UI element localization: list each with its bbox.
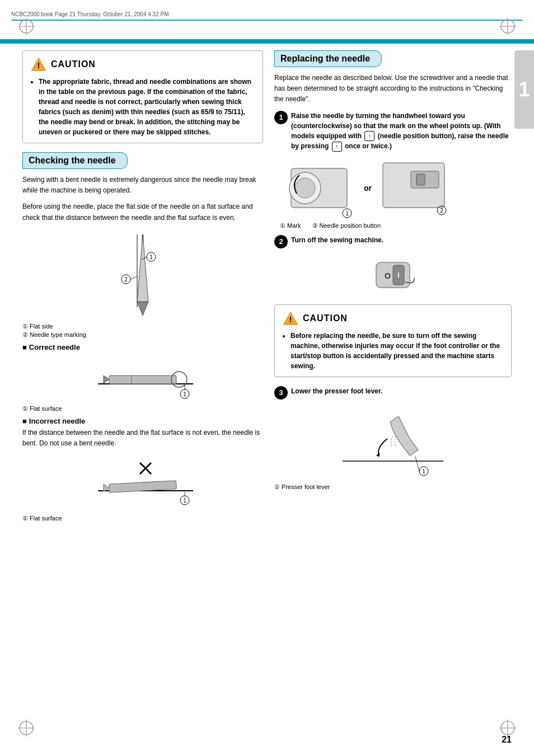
caution-body-2: Before replacing the needle, be sure to … bbox=[283, 331, 503, 371]
needle-pos-btn-svg: 2 bbox=[377, 157, 450, 219]
svg-marker-27 bbox=[104, 375, 109, 383]
caution-title-2: CAUTION bbox=[303, 313, 348, 323]
replacing-needle-intro: Replace the needle as described below. U… bbox=[274, 73, 512, 105]
caution-text-item-1: The appropriate fabric, thread and needl… bbox=[39, 77, 255, 137]
presser-foot-label: ① Presser foot lever bbox=[274, 483, 512, 491]
svg-rect-25 bbox=[109, 375, 176, 384]
svg-text:2: 2 bbox=[440, 208, 443, 214]
left-column: ! CAUTION The appropriate fabric, thread… bbox=[22, 50, 263, 722]
step-3: 3 Lower the presser foot lever. bbox=[274, 386, 512, 400]
svg-marker-16 bbox=[137, 302, 148, 316]
svg-text:1: 1 bbox=[422, 468, 425, 475]
svg-point-41 bbox=[295, 178, 315, 198]
needle-flat-diagram: 1 2 bbox=[22, 229, 263, 318]
svg-line-23 bbox=[130, 276, 137, 279]
needle-pos-btn-inline: ↑ bbox=[332, 142, 342, 152]
correct-needle-label: ① Flat surface bbox=[22, 405, 263, 412]
corner-mark-tr bbox=[499, 18, 516, 36]
handwheel-svg: 1 bbox=[280, 157, 358, 219]
caution-body-1: The appropriate fabric, thread and needl… bbox=[31, 77, 255, 137]
correct-needle-diagram: 1 bbox=[22, 356, 263, 401]
label-flat-side: ① Flat side bbox=[22, 323, 263, 330]
step-2-text: Turn off the sewing machine. bbox=[291, 235, 512, 245]
needle-flat-labels: ① Flat side ② Needle type marking bbox=[22, 323, 263, 339]
page-number: 21 bbox=[502, 735, 512, 745]
corner-mark-tl bbox=[18, 18, 35, 36]
file-info-bar: NCBC2000.book Page 21 Thursday, October … bbox=[11, 11, 523, 21]
step-3-text: Lower the presser foot lever. bbox=[291, 386, 512, 396]
caution-icon-1: ! bbox=[31, 57, 46, 72]
caption-mark: ① Mark bbox=[280, 222, 301, 229]
step-1: 1 Raise the needle by turning the handwh… bbox=[274, 111, 512, 152]
incorrect-needle-heading: Incorrect needle bbox=[22, 417, 263, 425]
step-3-circle: 3 bbox=[274, 386, 288, 400]
incorrect-needle-body: If the distance between the needle and t… bbox=[22, 428, 263, 449]
step-2: 2 Turn off the sewing machine. bbox=[274, 235, 512, 248]
right-column: Replacing the needle Replace the needle … bbox=[274, 50, 512, 722]
caution-text-item-2: Before replacing the needle, be sure to … bbox=[291, 331, 503, 371]
step1-captions: ① Mark ② Needle position button bbox=[274, 222, 512, 229]
step1-diagram-row: 1 or 2 bbox=[280, 157, 512, 219]
checking-needle-intro2: Before using the needle, place the flat … bbox=[22, 201, 263, 223]
caption-needle-pos-btn: ② Needle position button bbox=[312, 222, 381, 229]
caution-icon-2: ! bbox=[283, 311, 298, 326]
checking-needle-intro1: Sewing with a bent needle is extremely d… bbox=[22, 175, 263, 196]
label-needle-type: ② Needle type marking bbox=[22, 331, 263, 339]
or-label: or bbox=[358, 184, 377, 192]
checking-needle-heading: Checking the needle bbox=[22, 152, 128, 169]
svg-line-59 bbox=[415, 457, 419, 471]
caution-box-2: ! CAUTION Before replacing the needle, b… bbox=[274, 304, 512, 377]
chapter-number: 1 bbox=[518, 78, 530, 101]
main-content: ! CAUTION The appropriate fabric, thread… bbox=[22, 50, 512, 722]
blue-bar bbox=[0, 39, 534, 44]
correct-needle-heading: Correct needle bbox=[22, 343, 263, 351]
step-2-circle: 2 bbox=[274, 235, 288, 248]
svg-rect-46 bbox=[416, 174, 425, 185]
page: NCBC2000.book Page 21 Thursday, October … bbox=[0, 0, 534, 756]
svg-text:O: O bbox=[385, 271, 391, 280]
svg-text:1: 1 bbox=[183, 497, 186, 504]
svg-text:!: ! bbox=[38, 61, 40, 70]
svg-text:!: ! bbox=[289, 315, 292, 324]
svg-text:1: 1 bbox=[345, 210, 349, 217]
caution-title-1: CAUTION bbox=[51, 59, 96, 69]
svg-text:I: I bbox=[397, 271, 399, 279]
incorrect-needle-diagram: 1 bbox=[22, 454, 263, 510]
caution-header-2: ! CAUTION bbox=[283, 311, 503, 326]
file-info-text: NCBC2000.book Page 21 Thursday, October … bbox=[11, 11, 168, 17]
svg-text:1: 1 bbox=[183, 391, 186, 397]
step-1-circle: 1 bbox=[274, 111, 288, 124]
caution-box-1: ! CAUTION The appropriate fabric, thread… bbox=[22, 50, 263, 143]
svg-marker-17 bbox=[137, 234, 148, 302]
svg-text:1: 1 bbox=[149, 254, 153, 260]
chapter-tab: 1 bbox=[514, 50, 534, 129]
replacing-needle-heading: Replacing the needle bbox=[274, 50, 382, 67]
incorrect-needle-label: ① Flat surface bbox=[22, 515, 263, 522]
power-switch-diagram: O I bbox=[274, 254, 512, 299]
needle-pos-icon-inline: ↑ bbox=[364, 131, 374, 141]
svg-text:2: 2 bbox=[124, 276, 128, 283]
presser-foot-diagram: 1 bbox=[274, 405, 512, 478]
step-1-text: Raise the needle by turning the handwhee… bbox=[291, 111, 512, 152]
caution-header-1: ! CAUTION bbox=[31, 57, 255, 72]
